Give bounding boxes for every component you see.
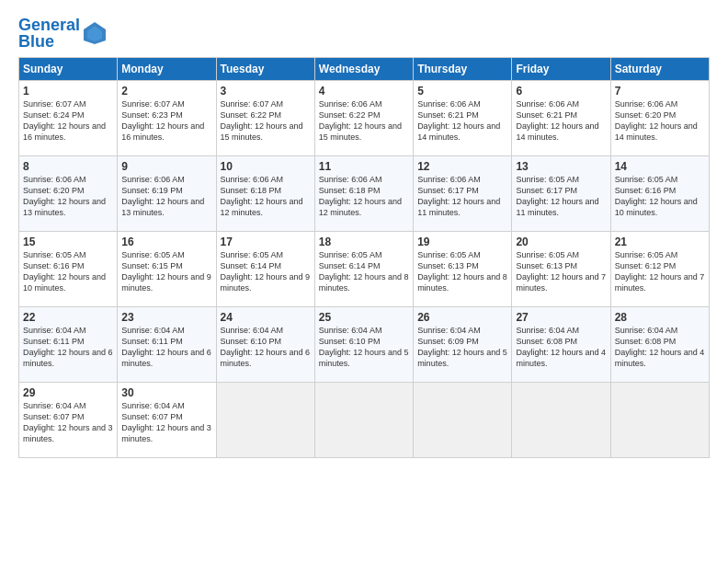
- day-info: Sunrise: 6:07 AMSunset: 6:24 PMDaylight:…: [23, 98, 113, 144]
- day-number: 1: [23, 85, 113, 98]
- day-info: Sunrise: 6:04 AMSunset: 6:10 PMDaylight:…: [221, 325, 311, 370]
- calendar-cell: 27Sunrise: 6:04 AMSunset: 6:08 PMDayligh…: [512, 307, 610, 383]
- day-number: 5: [417, 85, 507, 98]
- calendar-cell: 9Sunrise: 6:06 AMSunset: 6:19 PMDaylight…: [118, 156, 216, 232]
- day-number: 18: [319, 236, 409, 248]
- day-info: Sunrise: 6:07 AMSunset: 6:22 PMDaylight:…: [221, 98, 311, 144]
- logo-icon: [82, 20, 108, 46]
- day-info: Sunrise: 6:04 AMSunset: 6:08 PMDaylight:…: [615, 325, 705, 370]
- col-header-monday: Monday: [118, 58, 216, 81]
- day-number: 29: [23, 386, 113, 399]
- col-header-wednesday: Wednesday: [314, 58, 413, 81]
- day-info: Sunrise: 6:06 AMSunset: 6:20 PMDaylight:…: [23, 174, 113, 219]
- day-info: Sunrise: 6:04 AMSunset: 6:10 PMDaylight:…: [319, 325, 409, 370]
- logo-general: General: [18, 16, 80, 34]
- day-info: Sunrise: 6:05 AMSunset: 6:14 PMDaylight:…: [319, 249, 409, 294]
- calendar-cell: 1Sunrise: 6:07 AMSunset: 6:24 PMDaylight…: [19, 81, 118, 156]
- calendar-cell: 11Sunrise: 6:06 AMSunset: 6:18 PMDayligh…: [314, 156, 413, 232]
- day-number: 22: [23, 311, 113, 324]
- col-header-sunday: Sunday: [19, 58, 118, 81]
- calendar-cell: [216, 383, 314, 458]
- day-info: Sunrise: 6:05 AMSunset: 6:13 PMDaylight:…: [417, 249, 507, 294]
- day-number: 9: [121, 160, 211, 173]
- calendar-cell: 8Sunrise: 6:06 AMSunset: 6:20 PMDaylight…: [19, 156, 118, 232]
- logo-text: General Blue: [18, 17, 80, 50]
- day-number: 10: [221, 160, 311, 173]
- day-number: 26: [417, 311, 507, 324]
- day-number: 12: [417, 160, 507, 173]
- day-info: Sunrise: 6:05 AMSunset: 6:15 PMDaylight:…: [121, 249, 211, 294]
- day-info: Sunrise: 6:04 AMSunset: 6:09 PMDaylight:…: [417, 325, 507, 370]
- calendar-cell: [414, 383, 512, 458]
- calendar-page: General Blue SundayMondayTuesdayWednesda…: [0, 0, 728, 563]
- calendar-cell: 6Sunrise: 6:06 AMSunset: 6:21 PMDaylight…: [512, 81, 610, 156]
- calendar-cell: 16Sunrise: 6:05 AMSunset: 6:15 PMDayligh…: [118, 232, 216, 307]
- day-info: Sunrise: 6:05 AMSunset: 6:14 PMDaylight:…: [221, 249, 311, 294]
- calendar-cell: 3Sunrise: 6:07 AMSunset: 6:22 PMDaylight…: [216, 81, 314, 156]
- calendar-cell: 17Sunrise: 6:05 AMSunset: 6:14 PMDayligh…: [216, 232, 314, 307]
- day-info: Sunrise: 6:05 AMSunset: 6:12 PMDaylight:…: [615, 249, 705, 294]
- day-number: 2: [121, 85, 211, 98]
- day-info: Sunrise: 6:06 AMSunset: 6:22 PMDaylight:…: [319, 98, 409, 144]
- day-number: 30: [121, 386, 211, 399]
- logo: General Blue: [18, 17, 108, 50]
- day-info: Sunrise: 6:05 AMSunset: 6:17 PMDaylight:…: [516, 174, 606, 219]
- calendar-cell: 10Sunrise: 6:06 AMSunset: 6:18 PMDayligh…: [216, 156, 314, 232]
- calendar-cell: 4Sunrise: 6:06 AMSunset: 6:22 PMDaylight…: [314, 81, 413, 156]
- calendar-cell: 24Sunrise: 6:04 AMSunset: 6:10 PMDayligh…: [216, 307, 314, 383]
- day-info: Sunrise: 6:06 AMSunset: 6:19 PMDaylight:…: [121, 174, 211, 219]
- calendar-cell: 7Sunrise: 6:06 AMSunset: 6:20 PMDaylight…: [610, 81, 709, 156]
- day-info: Sunrise: 6:05 AMSunset: 6:16 PMDaylight:…: [615, 174, 705, 219]
- calendar-cell: 2Sunrise: 6:07 AMSunset: 6:23 PMDaylight…: [118, 81, 216, 156]
- calendar-cell: 26Sunrise: 6:04 AMSunset: 6:09 PMDayligh…: [414, 307, 512, 383]
- day-number: 16: [121, 236, 211, 248]
- calendar-cell: 18Sunrise: 6:05 AMSunset: 6:14 PMDayligh…: [314, 232, 413, 307]
- day-number: 23: [121, 311, 211, 324]
- day-number: 17: [221, 236, 311, 248]
- day-info: Sunrise: 6:04 AMSunset: 6:07 PMDaylight:…: [121, 400, 211, 445]
- day-info: Sunrise: 6:06 AMSunset: 6:21 PMDaylight:…: [516, 98, 606, 144]
- calendar-cell: 30Sunrise: 6:04 AMSunset: 6:07 PMDayligh…: [118, 383, 216, 458]
- col-header-saturday: Saturday: [610, 58, 709, 81]
- day-number: 7: [615, 85, 705, 98]
- day-number: 4: [319, 85, 409, 98]
- col-header-friday: Friday: [512, 58, 610, 81]
- calendar-cell: 5Sunrise: 6:06 AMSunset: 6:21 PMDaylight…: [414, 81, 512, 156]
- day-info: Sunrise: 6:07 AMSunset: 6:23 PMDaylight:…: [121, 98, 211, 144]
- calendar-cell: 14Sunrise: 6:05 AMSunset: 6:16 PMDayligh…: [610, 156, 709, 232]
- calendar-cell: 15Sunrise: 6:05 AMSunset: 6:16 PMDayligh…: [19, 232, 118, 307]
- day-number: 19: [417, 236, 507, 248]
- day-info: Sunrise: 6:04 AMSunset: 6:07 PMDaylight:…: [23, 400, 113, 445]
- day-number: 24: [221, 311, 311, 324]
- day-number: 20: [516, 236, 606, 248]
- logo-blue: Blue: [18, 32, 54, 51]
- day-number: 15: [23, 236, 113, 248]
- calendar-cell: 22Sunrise: 6:04 AMSunset: 6:11 PMDayligh…: [19, 307, 118, 383]
- calendar-cell: [314, 383, 413, 458]
- day-number: 21: [615, 236, 705, 248]
- day-info: Sunrise: 6:06 AMSunset: 6:18 PMDaylight:…: [319, 174, 409, 219]
- col-header-thursday: Thursday: [414, 58, 512, 81]
- day-number: 6: [516, 85, 606, 98]
- calendar-cell: 20Sunrise: 6:05 AMSunset: 6:13 PMDayligh…: [512, 232, 610, 307]
- day-info: Sunrise: 6:04 AMSunset: 6:08 PMDaylight:…: [516, 325, 606, 370]
- day-number: 28: [615, 311, 705, 324]
- day-number: 27: [516, 311, 606, 324]
- calendar-cell: [610, 383, 709, 458]
- day-number: 14: [615, 160, 705, 173]
- calendar-cell: 28Sunrise: 6:04 AMSunset: 6:08 PMDayligh…: [610, 307, 709, 383]
- calendar-cell: 19Sunrise: 6:05 AMSunset: 6:13 PMDayligh…: [414, 232, 512, 307]
- day-info: Sunrise: 6:04 AMSunset: 6:11 PMDaylight:…: [121, 325, 211, 370]
- day-number: 25: [319, 311, 409, 324]
- day-info: Sunrise: 6:06 AMSunset: 6:17 PMDaylight:…: [417, 174, 507, 219]
- calendar-cell: 13Sunrise: 6:05 AMSunset: 6:17 PMDayligh…: [512, 156, 610, 232]
- header: General Blue: [18, 17, 710, 50]
- calendar-table: SundayMondayTuesdayWednesdayThursdayFrid…: [18, 57, 710, 458]
- calendar-cell: 21Sunrise: 6:05 AMSunset: 6:12 PMDayligh…: [610, 232, 709, 307]
- day-info: Sunrise: 6:04 AMSunset: 6:11 PMDaylight:…: [23, 325, 113, 370]
- day-info: Sunrise: 6:06 AMSunset: 6:18 PMDaylight:…: [221, 174, 311, 219]
- calendar-cell: 25Sunrise: 6:04 AMSunset: 6:10 PMDayligh…: [314, 307, 413, 383]
- calendar-cell: 12Sunrise: 6:06 AMSunset: 6:17 PMDayligh…: [414, 156, 512, 232]
- day-info: Sunrise: 6:05 AMSunset: 6:16 PMDaylight:…: [23, 249, 113, 294]
- calendar-cell: [512, 383, 610, 458]
